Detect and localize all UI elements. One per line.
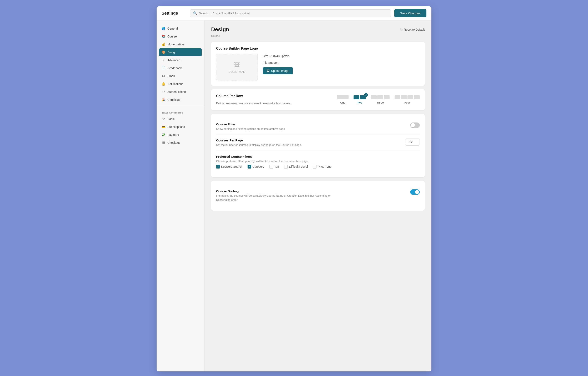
upload-icon: 🖼 bbox=[266, 69, 269, 73]
filter-tag-label: Tag bbox=[274, 165, 279, 168]
course-sorting-setting: Course Sorting If enabled, the courses w… bbox=[216, 186, 420, 206]
column-label-four: Four bbox=[404, 101, 410, 104]
filter-difficulty-label: Difficulty Level bbox=[289, 165, 308, 168]
book-icon: 📚 bbox=[162, 35, 165, 38]
search-input[interactable] bbox=[199, 12, 388, 15]
content-area: Design ↻ Reset to Default Course Course … bbox=[204, 21, 431, 371]
sidebar-item-general[interactable]: 🌎 General bbox=[157, 25, 204, 32]
courses-per-page-info: Courses Per Page Set the number of cours… bbox=[216, 139, 302, 147]
email-icon: ✉ bbox=[162, 74, 165, 78]
sidebar-item-gradebook[interactable]: 📄 Gradebook bbox=[157, 64, 204, 72]
col-preview-two: ✓ bbox=[354, 95, 366, 99]
sidebar-item-payment[interactable]: 💸 Payment bbox=[157, 131, 204, 139]
sidebar-item-monetization[interactable]: 💰 Monetization bbox=[157, 40, 204, 48]
filter-tag-checkbox bbox=[269, 165, 273, 169]
sidebar-label-general: General bbox=[168, 27, 178, 30]
sidebar-item-authentication[interactable]: 🛡 Authentication bbox=[157, 88, 204, 96]
column-option-two[interactable]: ✓ Two bbox=[354, 95, 366, 104]
column-label-one: One bbox=[340, 101, 346, 104]
logo-card-title: Course Builder Page Logo bbox=[216, 47, 420, 50]
app-window: Settings 🔍 Save Changes 🌎 General 📚 Cour… bbox=[157, 6, 431, 371]
sidebar-label-email: Email bbox=[168, 74, 175, 78]
col-block-four-3 bbox=[408, 95, 413, 99]
filter-difficulty-checkbox bbox=[284, 165, 288, 169]
col-preview-three bbox=[371, 95, 389, 99]
column-selector: Column Per Row Define how many columns y… bbox=[216, 94, 420, 105]
courses-per-page-setting: Courses Per Page Set the number of cours… bbox=[216, 135, 420, 151]
sidebar-label-notifications: Notifications bbox=[168, 82, 183, 86]
sidebar-label-basic: Basic bbox=[168, 117, 175, 121]
reset-icon: ↻ bbox=[400, 28, 403, 31]
sidebar-label-authentication: Authentication bbox=[168, 90, 186, 94]
course-filter-setting: Course Filter Show sorting and filtering… bbox=[216, 119, 420, 135]
col-block-one bbox=[337, 95, 348, 99]
upload-info: Size: 700x430 pixels File Support: 🖼 Upl… bbox=[263, 54, 293, 74]
sidebar: 🌎 General 📚 Course 💰 Monetization 🎨 Desi… bbox=[157, 21, 204, 371]
reset-label: Reset to Default bbox=[404, 28, 425, 31]
filter-keyword-search[interactable]: ✓ Keyword Search bbox=[216, 165, 242, 169]
sidebar-item-checkout[interactable]: ☰ Checkout bbox=[157, 139, 204, 147]
sidebar-item-subscriptions[interactable]: 💳 Subscriptions bbox=[157, 123, 204, 131]
col-block-four-1 bbox=[395, 95, 400, 99]
col-preview-one bbox=[337, 95, 348, 99]
size-info: Size: 700x430 pixels bbox=[263, 54, 293, 58]
filter-keyword-label: Keyword Search bbox=[221, 165, 242, 168]
sidebar-label-course: Course bbox=[168, 35, 177, 38]
column-option-one[interactable]: One bbox=[337, 95, 348, 104]
sidebar-item-course[interactable]: 📚 Course bbox=[157, 32, 204, 40]
filter-category-checkbox: ✓ bbox=[248, 165, 251, 169]
column-check-two: ✓ bbox=[364, 93, 368, 97]
sidebar-item-design[interactable]: 🎨 Design bbox=[159, 48, 202, 56]
upload-preview: 🖼 Upload image bbox=[216, 54, 258, 81]
course-sorting-info: Course Sorting If enabled, the courses w… bbox=[216, 189, 331, 202]
col-block-four-4 bbox=[414, 95, 420, 99]
filter-price-type[interactable]: Price Type bbox=[313, 165, 331, 169]
course-filter-toggle[interactable] bbox=[410, 122, 420, 128]
search-bar[interactable]: 🔍 bbox=[190, 9, 391, 17]
topbar: Settings 🔍 Save Changes bbox=[157, 6, 431, 21]
sidebar-item-email[interactable]: ✉ Email bbox=[157, 72, 204, 80]
column-option-four[interactable]: Four bbox=[395, 95, 420, 104]
filter-tag[interactable]: Tag bbox=[269, 165, 279, 169]
payment-icon: 💸 bbox=[162, 133, 165, 137]
preferred-filters-setting: Preferred Course Filters Choose preferre… bbox=[216, 151, 420, 172]
col-block-three-2 bbox=[377, 95, 383, 99]
filter-difficulty[interactable]: Difficulty Level bbox=[284, 165, 308, 169]
column-desc: Column Per Row Define how many columns y… bbox=[216, 94, 330, 105]
breadcrumb: Course bbox=[211, 34, 425, 37]
shield-icon: 🛡 bbox=[162, 90, 165, 94]
sidebar-item-notifications[interactable]: 🔔 Notifications bbox=[157, 80, 204, 88]
column-label-three: Three bbox=[377, 101, 384, 104]
bell-icon: 🔔 bbox=[162, 82, 165, 86]
course-filter-title: Course Filter bbox=[216, 122, 285, 126]
save-button[interactable]: Save Changes bbox=[394, 9, 426, 17]
sidebar-item-advanced[interactable]: ▿ Advanced bbox=[157, 56, 204, 64]
preferred-filters-desc: Choose preferred filter options you'd li… bbox=[216, 159, 331, 163]
courses-per-page-desc: Set the number of courses to display per… bbox=[216, 143, 302, 147]
preferred-filters-info: Preferred Course Filters Choose preferre… bbox=[216, 155, 331, 169]
col-block-two-1 bbox=[354, 95, 359, 99]
filter-category-label: Category bbox=[252, 165, 264, 168]
sidebar-label-design: Design bbox=[168, 51, 177, 54]
globe-icon: 🌎 bbox=[162, 27, 165, 30]
reset-button[interactable]: ↻ Reset to Default bbox=[400, 28, 425, 31]
col-block-four-2 bbox=[401, 95, 407, 99]
filter-category[interactable]: ✓ Category bbox=[248, 165, 264, 169]
course-filter-card: Course Filter Show sorting and filtering… bbox=[211, 114, 425, 177]
course-sorting-card: Course Sorting If enabled, the courses w… bbox=[211, 181, 425, 211]
upload-image-button[interactable]: 🖼 Upload Image bbox=[263, 67, 293, 74]
file-support: File Support: bbox=[263, 60, 293, 65]
courses-per-page-input[interactable] bbox=[405, 139, 420, 146]
course-sorting-desc: If enabled, the courses will be sortable… bbox=[216, 194, 331, 202]
preferred-filters-title: Preferred Course Filters bbox=[216, 155, 331, 158]
sidebar-divider bbox=[157, 106, 204, 106]
column-option-three[interactable]: Three bbox=[371, 95, 389, 104]
filter-keyword-checkbox: ✓ bbox=[216, 165, 220, 169]
image-placeholder-icon: 🖼 bbox=[234, 62, 240, 68]
course-filter-desc: Show sorting and filtering options on co… bbox=[216, 127, 285, 131]
sidebar-item-basic[interactable]: ⚙ Basic bbox=[157, 115, 204, 123]
sidebar-item-certificate[interactable]: 🎉 Certificate bbox=[157, 96, 204, 104]
certificate-icon: 🎉 bbox=[162, 98, 165, 102]
courses-per-page-title: Courses Per Page bbox=[216, 139, 302, 142]
course-sorting-toggle[interactable] bbox=[410, 189, 420, 195]
